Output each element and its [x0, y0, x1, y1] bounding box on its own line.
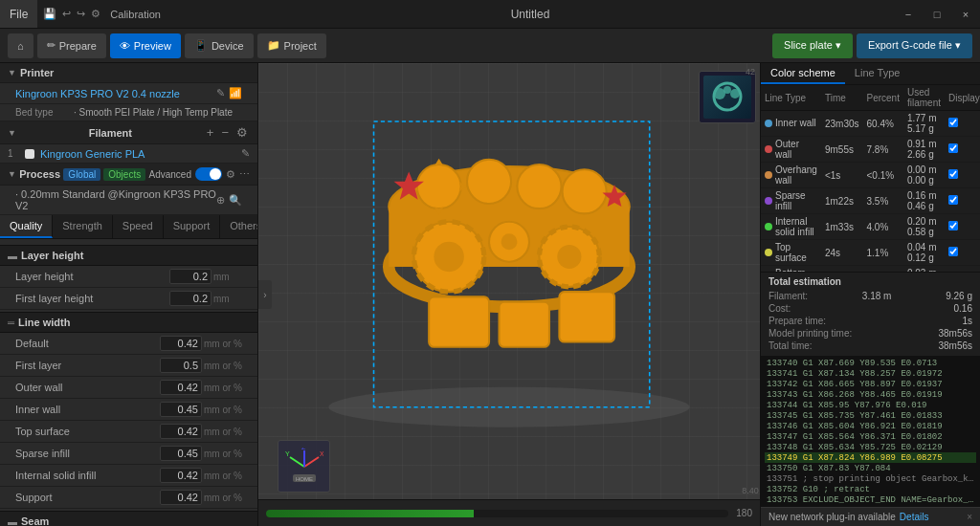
- color-table: Line Type Time Percent Used filament Dis…: [761, 85, 980, 272]
- color-table-container[interactable]: Line Type Time Percent Used filament Dis…: [761, 85, 980, 272]
- preview-button[interactable]: 👁 Preview: [110, 33, 181, 58]
- filament-controls: + − ⚙: [205, 125, 250, 140]
- row-display-4[interactable]: [945, 214, 980, 240]
- network-notification: New network plug-in available Details ×: [761, 507, 980, 526]
- inner-wall-input[interactable]: [160, 402, 202, 417]
- slice-button[interactable]: Slice plate ▾: [772, 33, 853, 58]
- gcode-line[interactable]: 133746 G1 X85.604 Y86.921 E0.01819: [765, 421, 976, 431]
- row-display-2[interactable]: [945, 163, 980, 188]
- gcode-line[interactable]: 133753 EXCLUDE_OBJECT_END NAME=Gearbox_k…: [765, 494, 976, 505]
- device-button[interactable]: 📱 Device: [185, 33, 254, 58]
- bed-type-row: Bed type · Smooth PEI Plate / High Temp …: [0, 104, 257, 121]
- gcode-line[interactable]: 133741 G1 X87.134 Y88.257 E0.01972: [765, 368, 976, 379]
- minimize-button[interactable]: −: [894, 0, 923, 29]
- prepare-button[interactable]: ✏ Prepare: [37, 33, 106, 58]
- home-button[interactable]: ⌂: [8, 33, 33, 58]
- undo-icon[interactable]: ↩: [62, 8, 71, 20]
- default-input[interactable]: [160, 336, 202, 351]
- process-chevron: ▼: [8, 169, 16, 179]
- color-scheme-tab[interactable]: Color scheme: [761, 63, 845, 84]
- row-display-1[interactable]: [945, 137, 980, 163]
- row-display-3[interactable]: [945, 188, 980, 214]
- first-layer-width-label: First layer: [15, 360, 61, 371]
- top-surface-input[interactable]: [160, 424, 202, 439]
- project-button[interactable]: 📁 Project: [257, 33, 326, 58]
- row-display-0[interactable]: [945, 111, 980, 137]
- gcode-line[interactable]: 133750 G1 X87.83 Y87.084: [765, 463, 976, 473]
- layer-height-unit: mm: [213, 272, 242, 282]
- gcode-line[interactable]: 133743 G1 X86.268 Y88.465 E0.01919: [765, 389, 976, 400]
- gcode-line[interactable]: 133745 G1 X85.735 Y87.461 E0.01833: [765, 410, 976, 421]
- maximize-button[interactable]: □: [923, 0, 951, 29]
- printer-section-title: Printer: [20, 67, 54, 78]
- y-ruler-top: 42: [746, 67, 755, 77]
- row-pct-5: 1.1%: [863, 240, 903, 266]
- redo-icon[interactable]: ↪: [77, 8, 85, 20]
- file-menu[interactable]: File: [0, 0, 37, 28]
- filament-section-header[interactable]: ▼ Filament + − ⚙: [0, 121, 257, 144]
- total-time-stat: Total time: 38m56s: [768, 340, 972, 352]
- search-profile-icon[interactable]: 🔍: [229, 194, 242, 207]
- advanced-toggle[interactable]: [195, 167, 222, 181]
- tab-speed[interactable]: Speed: [113, 215, 164, 238]
- settings-icon[interactable]: ⚙: [91, 8, 100, 20]
- 3d-view[interactable]: › 42 8.40 X: [258, 63, 760, 526]
- gcode-line[interactable]: 133748 G1 X85.634 Y85.725 E0.02129: [765, 442, 976, 452]
- notify-close-button[interactable]: ×: [967, 512, 972, 522]
- export-button[interactable]: Export G-code file ▾: [857, 33, 972, 58]
- progress-bar[interactable]: [266, 510, 728, 517]
- gcode-console[interactable]: 133740 G1 X87.669 Y89.535 E0.0713133741 …: [761, 356, 980, 507]
- first-layer-width-input[interactable]: [160, 358, 202, 373]
- first-layer-unit: mm: [213, 294, 242, 304]
- gcode-line[interactable]: 133747 G1 X85.564 Y86.371 E0.01802: [765, 431, 976, 442]
- line-type-tab[interactable]: Line Type: [845, 63, 910, 84]
- printer-section-header[interactable]: ▼ Printer: [0, 63, 257, 83]
- process-section-header[interactable]: ▼ Process Global Objects Advanced ⚙ ⋯: [0, 164, 257, 186]
- save-icon[interactable]: 💾: [43, 8, 56, 20]
- add-filament-button[interactable]: +: [205, 125, 216, 140]
- first-layer-input[interactable]: [169, 291, 212, 306]
- process-more-icon[interactable]: ⋯: [239, 168, 250, 181]
- outer-wall-row: Outer wall mm or %: [0, 377, 257, 399]
- axes-widget[interactable]: X Y Z HOME: [278, 440, 330, 493]
- printer-chevron: ▼: [8, 68, 16, 77]
- svg-point-8: [557, 245, 581, 269]
- gcode-line[interactable]: 133742 G1 X86.665 Y88.897 E0.01937: [765, 379, 976, 389]
- copy-profile-icon[interactable]: ⊕: [216, 194, 225, 207]
- tab-strength[interactable]: Strength: [53, 215, 113, 238]
- gcode-line[interactable]: 133749 G1 X87.824 Y86.989 E0.08275: [765, 452, 976, 463]
- filament-color-swatch[interactable]: [25, 149, 34, 159]
- tab-others[interactable]: Others: [220, 215, 258, 238]
- col-percent: Percent: [863, 85, 903, 111]
- wifi-icon[interactable]: 📶: [229, 87, 242, 99]
- process-settings-icon[interactable]: ⚙: [226, 168, 235, 181]
- layer-height-value-group: mm: [169, 269, 242, 284]
- settings-filament-button[interactable]: ⚙: [234, 125, 250, 140]
- svg-point-28: [730, 89, 740, 99]
- edit-filament-icon[interactable]: ✎: [241, 147, 250, 160]
- global-badge[interactable]: Global: [63, 168, 100, 181]
- notify-message: New network plug-in available: [768, 512, 896, 522]
- row-display-5[interactable]: [945, 240, 980, 266]
- support-input[interactable]: [160, 490, 202, 505]
- gcode-line[interactable]: 133752 G10 ; retract: [765, 484, 976, 494]
- notify-details-link[interactable]: Details: [900, 512, 929, 522]
- close-button[interactable]: ×: [951, 0, 980, 29]
- objects-badge[interactable]: Objects: [103, 168, 145, 181]
- remove-filament-button[interactable]: −: [219, 125, 231, 140]
- gcode-line[interactable]: 133740 G1 X87.669 Y89.535 E0.0713: [765, 358, 976, 368]
- collapse-panel-button[interactable]: ›: [258, 280, 272, 309]
- total-estimation-title: Total estimation: [768, 276, 972, 287]
- process-badges: Global Objects: [63, 168, 145, 181]
- sparse-infill-input[interactable]: [160, 446, 202, 461]
- line-width-label: Line width: [18, 317, 70, 328]
- gcode-line[interactable]: 133751 ; stop printing object Gearbox_ke…: [765, 473, 976, 484]
- gcode-line[interactable]: 133744 G1 X85.95 Y87.976 E0.019: [765, 400, 976, 410]
- outer-wall-input[interactable]: [160, 380, 202, 395]
- tab-quality[interactable]: Quality: [0, 215, 53, 238]
- seam-label: Seam: [21, 515, 49, 526]
- tab-support[interactable]: Support: [164, 215, 221, 238]
- internal-solid-input[interactable]: [160, 468, 202, 483]
- layer-height-input[interactable]: [169, 269, 212, 284]
- edit-printer-icon[interactable]: ✎: [216, 87, 225, 99]
